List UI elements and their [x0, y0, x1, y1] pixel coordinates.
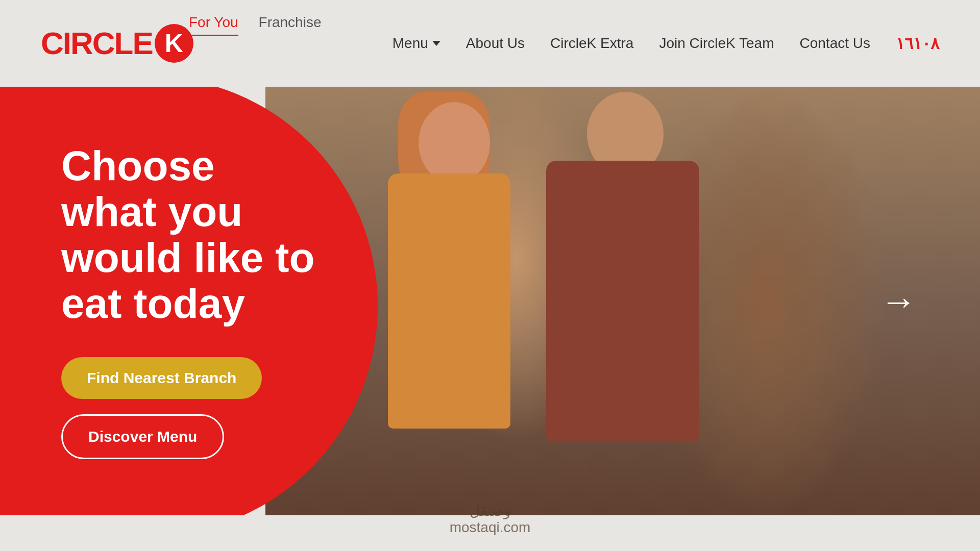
- phone-number[interactable]: ١٦١٠٨: [896, 34, 939, 53]
- logo-text: CIRCLE: [41, 28, 153, 59]
- hero-heading: Choose what you would like to eat today: [61, 143, 316, 327]
- top-nav: For You Franchise: [189, 14, 321, 36]
- nav-join-team[interactable]: Join CircleK Team: [659, 35, 774, 52]
- main-nav: Menu About Us CircleK Extra Join CircleK…: [393, 34, 939, 53]
- arrow-right-icon: →: [880, 283, 917, 319]
- watermark: وصتقل mostaqi.com: [450, 503, 531, 536]
- watermark-line2: mostaqi.com: [450, 519, 531, 536]
- nav-menu[interactable]: Menu: [393, 35, 440, 52]
- watermark-line1: وصتقل: [450, 503, 531, 519]
- discover-menu-button[interactable]: Discover Menu: [61, 414, 224, 459]
- header: CIRCLE K For You Franchise Menu About Us…: [0, 0, 980, 87]
- nav-contact[interactable]: Contact Us: [800, 35, 871, 52]
- woman-head: [419, 102, 490, 184]
- next-arrow-button[interactable]: →: [878, 281, 919, 321]
- top-nav-franchise[interactable]: Franchise: [259, 14, 322, 36]
- hero-section: → Choose what you would like to eat toda…: [0, 87, 980, 515]
- logo[interactable]: CIRCLE K: [41, 24, 193, 63]
- nav-circlek-extra[interactable]: CircleK Extra: [550, 35, 633, 52]
- woman-body: [388, 173, 510, 429]
- logo-k: K: [155, 24, 193, 63]
- hero-content: Choose what you would like to eat today …: [0, 87, 357, 515]
- nav-about[interactable]: About Us: [466, 35, 525, 52]
- chevron-down-icon: [432, 41, 440, 46]
- hero-buttons: Find Nearest Branch Discover Menu: [61, 357, 316, 459]
- find-branch-button[interactable]: Find Nearest Branch: [61, 357, 262, 399]
- top-nav-for-you[interactable]: For You: [189, 14, 238, 36]
- man-figure: [521, 87, 735, 474]
- man-body: [546, 161, 699, 441]
